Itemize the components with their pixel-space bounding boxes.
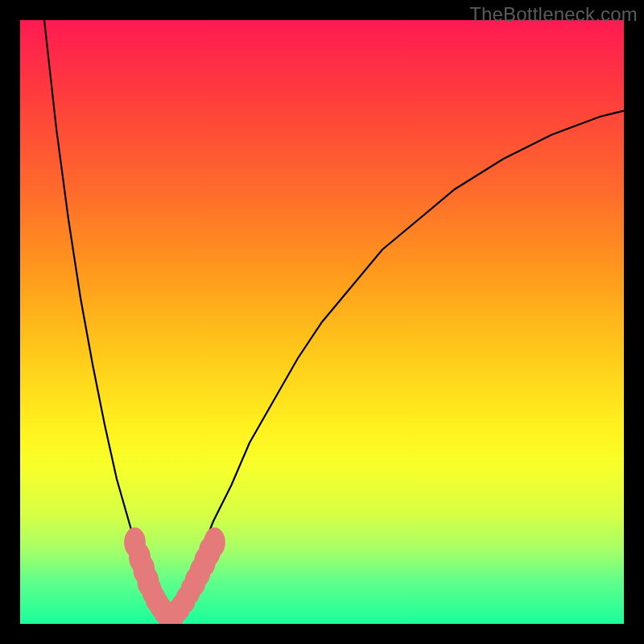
chart-svg (20, 20, 624, 624)
data-marker (204, 527, 225, 557)
curve-left-branch (44, 20, 165, 615)
chart-frame (20, 20, 624, 624)
curve-right-branch (165, 111, 624, 615)
watermark-text: TheBottleneck.com (469, 3, 638, 26)
marker-group (124, 527, 225, 624)
curve-group (44, 20, 624, 615)
